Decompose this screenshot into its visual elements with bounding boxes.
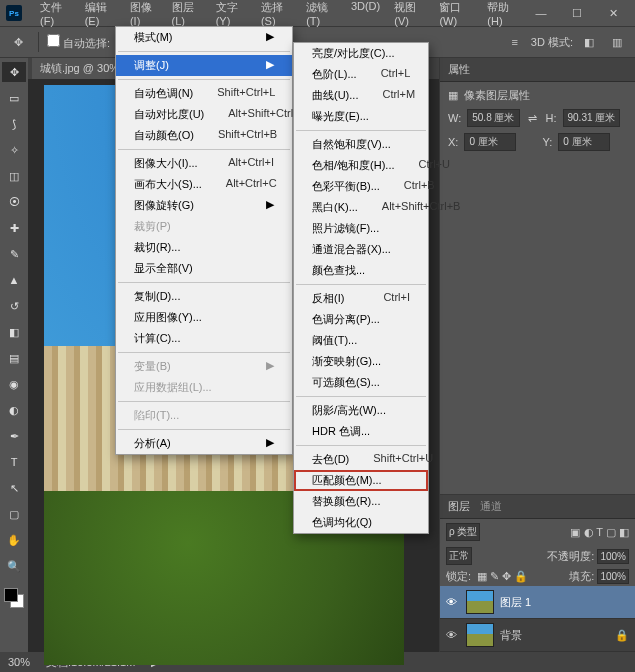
image-menu-item-12[interactable]: 裁切(R)... <box>116 237 292 258</box>
align-icon[interactable]: ≡ <box>503 30 527 54</box>
link-wh-icon[interactable]: ⇌ <box>526 112 540 125</box>
layer-row-0[interactable]: 👁图层 1 <box>440 586 635 619</box>
path-tool[interactable]: ↖ <box>2 478 26 498</box>
lasso-tool[interactable]: ⟆ <box>2 114 26 134</box>
menu-7[interactable]: 3D(D) <box>345 0 386 30</box>
adjust-menu-item-8[interactable]: 黑白(K)...Alt+Shift+Ctrl+B <box>294 197 428 218</box>
adjust-menu-item-2[interactable]: 曲线(U)...Ctrl+M <box>294 85 428 106</box>
menu-0[interactable]: 文件(F) <box>34 0 77 30</box>
crop-tool[interactable]: ◫ <box>2 166 26 186</box>
image-menu-item-13[interactable]: 显示全部(V) <box>116 258 292 279</box>
opacity-field[interactable]: 100% <box>597 549 629 564</box>
app-logo: Ps <box>6 5 22 21</box>
tab-channels[interactable]: 通道 <box>480 499 502 514</box>
image-menu-item-0[interactable]: 模式(M)▶ <box>116 27 292 48</box>
adjust-menu-item-6[interactable]: 色相/饱和度(H)...Ctrl+U <box>294 155 428 176</box>
adjust-menu-item-17[interactable]: 可选颜色(S)... <box>294 372 428 393</box>
image-menu-item-5[interactable]: 自动对比度(U)Alt+Shift+Ctrl+L <box>116 104 292 125</box>
color-swatches[interactable] <box>4 588 24 608</box>
pixel-layer-icon: ▦ <box>448 89 458 102</box>
panel-toggle-icon[interactable]: ▥ <box>605 30 629 54</box>
x-field[interactable]: 0 厘米 <box>464 133 516 151</box>
layer-row-1[interactable]: 👁背景🔒 <box>440 619 635 652</box>
adjust-menu-item-5[interactable]: 自然饱和度(V)... <box>294 134 428 155</box>
adjust-menu-item-22[interactable]: 去色(D)Shift+Ctrl+U <box>294 449 428 470</box>
lock-icons[interactable]: ▦ ✎ ✥ 🔒 <box>477 570 528 583</box>
gradient-tool[interactable]: ▤ <box>2 348 26 368</box>
hand-tool[interactable]: ✋ <box>2 530 26 550</box>
properties-title: 像素图层属性 <box>464 88 530 103</box>
tab-layers[interactable]: 图层 <box>448 499 470 514</box>
adjust-menu-item-19[interactable]: 阴影/高光(W)... <box>294 400 428 421</box>
adjust-menu-item-3[interactable]: 曝光度(E)... <box>294 106 428 127</box>
blur-tool[interactable]: ◉ <box>2 374 26 394</box>
adjust-menu-item-20[interactable]: HDR 色调... <box>294 421 428 442</box>
zoom-tool[interactable]: 🔍 <box>2 556 26 576</box>
filter-icons[interactable]: ▣ ◐ T ▢ ◧ <box>570 526 629 539</box>
marquee-tool[interactable]: ▭ <box>2 88 26 108</box>
menu-9[interactable]: 窗口(W) <box>433 0 479 30</box>
move-tool-icon[interactable]: ✥ <box>6 30 30 54</box>
layer-name: 背景 <box>500 628 522 643</box>
image-menu-item-9[interactable]: 画布大小(S)...Alt+Ctrl+C <box>116 174 292 195</box>
close-button[interactable]: ✕ <box>597 3 629 23</box>
adjust-menu-item-23[interactable]: 匹配颜色(M)... <box>294 470 428 491</box>
menu-8[interactable]: 视图(V) <box>388 0 431 30</box>
adjust-menu-item-11[interactable]: 颜色查找... <box>294 260 428 281</box>
stamp-tool[interactable]: ▲ <box>2 270 26 290</box>
fill-field[interactable]: 100% <box>597 569 629 584</box>
adjust-menu-item-16[interactable]: 渐变映射(G)... <box>294 351 428 372</box>
minimize-button[interactable]: — <box>525 3 557 23</box>
image-menu-item-16[interactable]: 应用图像(Y)... <box>116 307 292 328</box>
adjust-menu-item-14[interactable]: 色调分离(P)... <box>294 309 428 330</box>
brush-tool[interactable]: ✎ <box>2 244 26 264</box>
move-tool[interactable]: ✥ <box>2 62 26 82</box>
three-d-icon[interactable]: ◧ <box>577 30 601 54</box>
image-menu-item-10[interactable]: 图像旋转(G)▶ <box>116 195 292 216</box>
text-tool[interactable]: T <box>2 452 26 472</box>
properties-panel: ▦ 像素图层属性 W:50.8 厘米 ⇌ H:90.31 厘米 X:0 厘米 Y… <box>440 82 635 163</box>
image-menu-item-4[interactable]: 自动色调(N)Shift+Ctrl+L <box>116 83 292 104</box>
adjust-menu-item-0[interactable]: 亮度/对比度(C)... <box>294 43 428 64</box>
visibility-icon[interactable]: 👁 <box>446 596 460 608</box>
auto-select-checkbox[interactable]: 自动选择: <box>47 34 110 51</box>
adjust-menu-item-13[interactable]: 反相(I)Ctrl+I <box>294 288 428 309</box>
shape-tool[interactable]: ▢ <box>2 504 26 524</box>
eyedropper-tool[interactable]: ⦿ <box>2 192 26 212</box>
adjust-menu-item-15[interactable]: 阈值(T)... <box>294 330 428 351</box>
zoom-level[interactable]: 30% <box>8 656 30 668</box>
y-field[interactable]: 0 厘米 <box>558 133 610 151</box>
menu-6[interactable]: 滤镜(T) <box>300 0 343 30</box>
image-menu-item-8[interactable]: 图像大小(I)...Alt+Ctrl+I <box>116 153 292 174</box>
image-menu-item-17[interactable]: 计算(C)... <box>116 328 292 349</box>
adjust-menu-item-7[interactable]: 色彩平衡(B)...Ctrl+B <box>294 176 428 197</box>
adjust-menu-item-1[interactable]: 色阶(L)...Ctrl+L <box>294 64 428 85</box>
image-menu-item-15[interactable]: 复制(D)... <box>116 286 292 307</box>
history-brush-tool[interactable]: ↺ <box>2 296 26 316</box>
height-field[interactable]: 90.31 厘米 <box>563 109 621 127</box>
layer-thumbnail <box>466 590 494 614</box>
layer-filter-kind[interactable]: ρ 类型 <box>446 523 480 541</box>
adjust-menu-item-24[interactable]: 替换颜色(R)... <box>294 491 428 512</box>
image-menu-item-2[interactable]: 调整(J)▶ <box>116 55 292 76</box>
adjust-menu-item-10[interactable]: 通道混合器(X)... <box>294 239 428 260</box>
lock-icon: 🔒 <box>615 629 629 642</box>
properties-tab[interactable]: 属性 <box>440 58 635 82</box>
titlebar: Ps 文件(F)编辑(E)图像(I)图层(L)文字(Y)选择(S)滤镜(T)3D… <box>0 0 635 26</box>
blend-mode-select[interactable]: 正常 <box>446 547 472 565</box>
image-menu-item-24[interactable]: 分析(A)▶ <box>116 433 292 454</box>
adjust-menu-item-25[interactable]: 色调均化(Q) <box>294 512 428 533</box>
magic-wand-tool[interactable]: ✧ <box>2 140 26 160</box>
dodge-tool[interactable]: ◐ <box>2 400 26 420</box>
healing-tool[interactable]: ✚ <box>2 218 26 238</box>
eraser-tool[interactable]: ◧ <box>2 322 26 342</box>
image-menu-item-6[interactable]: 自动颜色(O)Shift+Ctrl+B <box>116 125 292 146</box>
maximize-button[interactable]: ☐ <box>561 3 593 23</box>
visibility-icon[interactable]: 👁 <box>446 629 460 641</box>
menu-10[interactable]: 帮助(H) <box>481 0 525 30</box>
width-field[interactable]: 50.8 厘米 <box>467 109 519 127</box>
toolbox: ✥ ▭ ⟆ ✧ ◫ ⦿ ✚ ✎ ▲ ↺ ◧ ▤ ◉ ◐ ✒ T ↖ ▢ ✋ 🔍 <box>0 58 28 652</box>
pen-tool[interactable]: ✒ <box>2 426 26 446</box>
adjust-menu-item-9[interactable]: 照片滤镜(F)... <box>294 218 428 239</box>
window-controls: — ☐ ✕ <box>525 3 629 23</box>
